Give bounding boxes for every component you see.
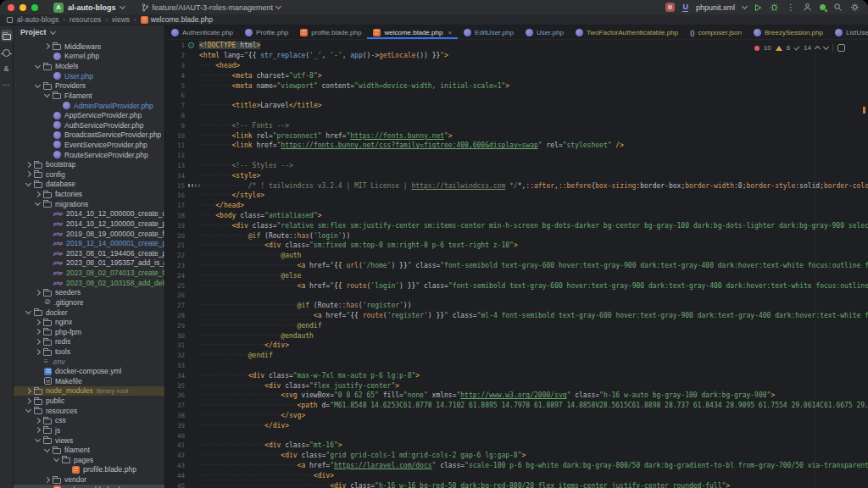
tree-item-node_modules[interactable]: node_moduleslibrary root: [14, 386, 164, 396]
tree-item-AuthServiceProvider.php[interactable]: AuthServiceProvider.php: [14, 120, 164, 130]
tree-item-redis[interactable]: redis: [14, 337, 164, 347]
tree-item-filament[interactable]: filament: [14, 445, 164, 455]
tree-item-profile.blade.php[interactable]: profile.blade.php: [14, 465, 164, 475]
tree-item-2014_10_12_000000_create_users_table.php[interactable]: php2014_10_12_000000_create_users_table.…: [14, 209, 164, 219]
tree-item-Middleware[interactable]: Middleware: [14, 42, 164, 52]
status-dot-icon[interactable]: [820, 4, 826, 10]
tree-item-docker[interactable]: docker: [14, 308, 164, 318]
tree-item-pages[interactable]: pages: [14, 455, 164, 465]
tree-item-resources[interactable]: resources: [14, 406, 164, 416]
chevron-collapsed-icon[interactable]: [35, 418, 41, 424]
tab-EditUser.php[interactable]: EditUser.php: [458, 25, 520, 39]
tab-User.php[interactable]: User.php: [520, 25, 570, 39]
git-branch-widget[interactable]: feature/AIAUT-3-roles-management: [142, 3, 281, 12]
tab-welcome.blade.php[interactable]: welcome.blade.php×: [367, 25, 458, 39]
tab-Profile.php[interactable]: Profile.php: [239, 25, 294, 39]
chevron-collapsed-icon[interactable]: [35, 290, 41, 296]
chevron-expanded-icon[interactable]: [44, 92, 50, 97]
scrollbar-error-marker[interactable]: [863, 107, 865, 114]
tree-item-bootstrap[interactable]: bootstrap: [14, 159, 164, 169]
chevron-collapsed-icon[interactable]: [25, 162, 31, 168]
tree-item-vendor[interactable]: vendor: [14, 474, 164, 485]
chevron-expanded-icon[interactable]: [25, 407, 31, 413]
tab-BreezySession.php[interactable]: BreezySession.php: [748, 25, 829, 39]
tree-item-views[interactable]: views: [14, 435, 164, 446]
tree-item-EventServiceProvider.php[interactable]: EventServiceProvider.php: [14, 140, 164, 150]
tree-item-factories[interactable]: factories: [14, 189, 164, 199]
tree-item-database[interactable]: database: [14, 180, 164, 190]
tree-item-seeders[interactable]: seeders: [14, 288, 164, 298]
structure-tool-icon[interactable]: &: [3, 64, 8, 73]
chevron-expanded-icon[interactable]: [53, 456, 59, 462]
tree-item-AppServiceProvider.php[interactable]: AppServiceProvider.php: [14, 110, 164, 120]
tree-item-2019_08_19_000000_create_failed_jobs_table.php[interactable]: php2019_08_19_000000_create_failed_jobs_…: [14, 229, 164, 239]
inspection-menu-icon[interactable]: [837, 44, 845, 52]
chevron-collapsed-icon[interactable]: [35, 427, 41, 433]
chevron-expanded-icon[interactable]: [35, 62, 41, 68]
chevron-collapsed-icon[interactable]: [44, 477, 50, 483]
tree-item-welcome.blade.php[interactable]: welcome.blade.php: [14, 485, 164, 488]
tree-item-Providers[interactable]: Providers: [14, 80, 164, 91]
tree-item-Models[interactable]: Models: [14, 61, 164, 71]
inspections-widget[interactable]: 10 6 14: [752, 43, 848, 53]
debug-button[interactable]: [770, 3, 779, 12]
tree-item-2023_08_01_194406_create_permission_tables.php[interactable]: php2023_08_01_194406_create_permission_t…: [14, 248, 164, 258]
zoom-window-button[interactable]: [31, 4, 38, 11]
color-preview-chip[interactable]: [195, 184, 197, 187]
preview-gutter-icon[interactable]: [188, 42, 194, 48]
tab-composer.json[interactable]: {}composer.json: [684, 25, 748, 39]
chevron-collapsed-icon[interactable]: [25, 171, 31, 177]
tree-item-2014_10_12_100000_create_password_resets_table.php[interactable]: php2014_10_12_100000_create_password_res…: [14, 219, 164, 229]
tree-item-config[interactable]: config: [14, 169, 164, 180]
tree-item-Makefile[interactable]: MMakefile: [14, 376, 164, 386]
tree-item-User.php[interactable]: User.php: [14, 71, 164, 81]
tree-item-AdminPanelProvider.php[interactable]: AdminPanelProvider.php: [14, 101, 164, 111]
more-actions-icon[interactable]: ⋮: [787, 3, 795, 12]
close-tab-icon[interactable]: ×: [448, 29, 452, 36]
chevron-expanded-icon[interactable]: [25, 308, 31, 314]
run-button[interactable]: [754, 3, 762, 12]
tree-item-2023_08_02_074013_create_breezy_sessions_table.php[interactable]: php2023_08_02_074013_create_breezy_sessi…: [14, 268, 164, 278]
breadcrumb-item[interactable]: al-auto-blogs: [17, 15, 58, 24]
tree-item-.gitignore[interactable]: ⊘.gitignore: [14, 297, 164, 308]
breadcrumb-item[interactable]: welcome.blade.php: [141, 15, 213, 24]
chevron-collapsed-icon[interactable]: [25, 398, 31, 404]
project-widget[interactable]: A al-auto-blogs: [53, 3, 125, 13]
commit-tool-icon[interactable]: [3, 49, 10, 57]
user-icon[interactable]: [803, 3, 812, 12]
chevron-collapsed-icon[interactable]: [44, 43, 50, 49]
chevron-collapsed-icon[interactable]: [35, 348, 41, 354]
next-problem-icon[interactable]: [823, 44, 829, 50]
tree-item-tools[interactable]: tools: [14, 347, 164, 357]
chevron-expanded-icon[interactable]: [44, 446, 50, 452]
chevron-expanded-icon[interactable]: [25, 180, 31, 186]
tree-item-2019_12_14_000001_create_personal_access_tokens.php[interactable]: php2019_12_14_000001_create_personal_acc…: [14, 238, 164, 248]
chevron-collapsed-icon[interactable]: [35, 339, 41, 345]
tree-item-BroadcastServiceProvider.php[interactable]: BroadcastServiceProvider.php: [14, 130, 164, 141]
settings-gear-icon[interactable]: [850, 3, 860, 12]
chevron-collapsed-icon[interactable]: [25, 388, 31, 394]
chevron-expanded-icon[interactable]: [35, 82, 41, 88]
tab-Authenticate.php[interactable]: Authenticate.php: [165, 25, 239, 39]
color-preview-chip[interactable]: [188, 184, 190, 187]
color-preview-chip[interactable]: [192, 184, 193, 187]
chevron-collapsed-icon[interactable]: [35, 191, 41, 197]
tree-item-docker-compose.yml[interactable]: docker-compose.yml: [14, 366, 164, 376]
breadcrumb-item[interactable]: resources: [70, 15, 101, 24]
tree-item-Kernel.php[interactable]: Kernel.php: [14, 52, 164, 62]
more-tools-icon[interactable]: ⋯: [3, 80, 11, 89]
tab-ListUsers.php[interactable]: ListUsers.php: [829, 25, 868, 39]
tree-item-2023_08_01_195357_add_is_admin_to_users_table.php[interactable]: php2023_08_01_195357_add_is_admin_to_use…: [14, 258, 164, 269]
plugin-icon[interactable]: [665, 3, 675, 12]
breadcrumb-item[interactable]: views: [112, 15, 130, 24]
tree-item-public[interactable]: public: [14, 396, 164, 406]
tab-profile.blade.php[interactable]: profile.blade.php: [294, 25, 367, 39]
prev-problem-icon[interactable]: [815, 46, 821, 52]
code-editor[interactable]: 1<!DOCTYPE html>2<html lang="{{ str_repl…: [165, 41, 868, 488]
tree-item-js[interactable]: js: [14, 425, 164, 435]
chevron-collapsed-icon[interactable]: [35, 329, 41, 335]
tree-item-nginx[interactable]: nginx: [14, 317, 164, 327]
search-icon[interactable]: [833, 3, 843, 12]
chevron-expanded-icon[interactable]: [35, 200, 41, 206]
chevron-collapsed-icon[interactable]: [35, 319, 41, 325]
